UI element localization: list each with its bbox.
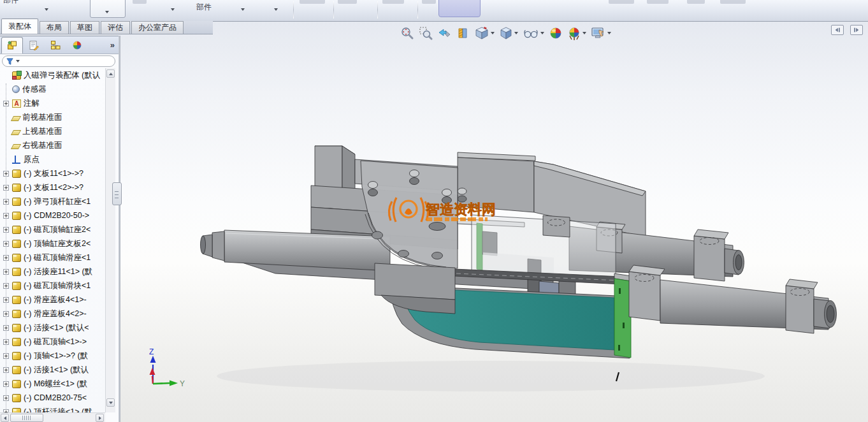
tree-item[interactable]: (-) 活接<1> (默认< — [0, 321, 105, 335]
command-tab[interactable]: 办公室产品 — [131, 21, 184, 34]
expand-toggle[interactable] — [3, 227, 9, 233]
tree-item[interactable]: (-) CDM2B20-75< — [0, 391, 105, 405]
expand-toggle[interactable] — [3, 269, 9, 275]
more-tabs-chevron[interactable]: » — [110, 40, 115, 50]
tree-item[interactable]: 前视基准面 — [0, 110, 105, 124]
tree-item[interactable]: (-) 弹弓顶杆缸座<1 — [0, 194, 105, 208]
tree-item[interactable]: 上视基准面 — [0, 124, 105, 138]
expand-toggle[interactable] — [3, 353, 9, 359]
graphics-viewport[interactable]: 智造资料网 Z Y — [0, 0, 868, 422]
tree-item-label: 注解 — [24, 98, 40, 109]
tree-item-label: (-) 磁瓦顶轴缸座2< — [24, 224, 90, 235]
scroll-left-button[interactable] — [1, 414, 9, 422]
expand-toggle[interactable] — [3, 395, 9, 401]
expand-toggle[interactable] — [3, 325, 9, 331]
tree-item[interactable]: (-) 活接1<1> (默认 — [0, 363, 105, 377]
expand-toggle[interactable] — [3, 367, 9, 373]
tree-item-icon — [12, 324, 21, 332]
tree-item[interactable]: (-) 支板11<1>->? — [0, 166, 105, 180]
scroll-down-button[interactable] — [106, 398, 115, 407]
tab-property-manager[interactable] — [23, 37, 45, 54]
dropdown-caret[interactable] — [582, 32, 586, 34]
tree-item[interactable]: 右视基准面 — [0, 138, 105, 152]
tree-item[interactable]: 入磁弹弓装配体 (默认 — [0, 68, 105, 82]
command-tab[interactable]: 装配体 — [1, 18, 38, 34]
tree-item[interactable]: (-) 顶杆活接<1> (默 — [0, 405, 105, 412]
zoom-to-fit-button[interactable] — [399, 25, 416, 41]
expand-toggle[interactable] — [3, 409, 9, 413]
section-view-button[interactable] — [454, 25, 471, 41]
ribbon-dropdown-caret[interactable] — [171, 8, 175, 11]
triad-z-label: Z — [149, 347, 154, 356]
previous-view-button[interactable] — [436, 25, 452, 41]
tree-filter-input[interactable] — [2, 55, 115, 67]
tree-item-label: (-) 支板11<2>->? — [24, 182, 83, 193]
dropdown-caret[interactable] — [607, 32, 611, 34]
display-style-button[interactable] — [498, 25, 519, 41]
dropdown-caret[interactable] — [491, 32, 495, 34]
tree-item-label: (-) 滑座盖板4<2>- — [24, 309, 87, 319]
tree-item[interactable]: (-) M6螺丝<1> (默 — [0, 377, 105, 391]
tree-item[interactable]: (-) 磁瓦顶轴缸座2< — [0, 222, 105, 236]
scroll-up-button[interactable] — [106, 69, 115, 78]
expand-toggle[interactable] — [3, 283, 9, 289]
tree-item[interactable]: (-) 活接座11<1> (默 — [0, 265, 105, 279]
tree-item[interactable]: (-) 磁瓦顶轴滑块<1 — [0, 279, 105, 293]
expand-toggle[interactable] — [3, 199, 9, 205]
ribbon-dropdown-caret[interactable] — [241, 8, 245, 11]
tab-feature-manager-tree[interactable] — [1, 37, 23, 54]
scrollbar-thumb[interactable] — [10, 414, 43, 422]
view-orientation-button[interactable] — [473, 25, 496, 41]
expand-toggle[interactable] — [3, 255, 9, 261]
ribbon-dropdown-box[interactable] — [90, 0, 126, 18]
ribbon-dropdown-caret[interactable] — [274, 8, 278, 11]
expand-toggle[interactable] — [3, 339, 9, 345]
expand-toggle[interactable] — [3, 185, 9, 191]
tree-item-icon — [12, 352, 21, 360]
filter-dropdown-caret[interactable] — [16, 60, 20, 62]
tree-vertical-scrollbar[interactable] — [105, 68, 115, 412]
tree-item[interactable]: (-) 滑座盖板4<2>- — [0, 307, 105, 321]
collapse-left-button[interactable] — [831, 25, 844, 35]
command-tab[interactable]: 草图 — [70, 21, 99, 34]
expand-toggle[interactable] — [3, 311, 9, 317]
command-tab[interactable]: 评估 — [101, 21, 130, 34]
tree-item[interactable]: (-) 滑座盖板4<1>- — [0, 293, 105, 307]
ribbon-dropdown-caret[interactable] — [45, 8, 48, 11]
expand-toggle[interactable] — [3, 171, 9, 177]
expand-toggle[interactable] — [3, 381, 9, 387]
tree-horizontal-scrollbar[interactable] — [0, 412, 105, 422]
edit-appearance-button[interactable] — [547, 25, 564, 41]
apply-scene-button[interactable] — [566, 25, 588, 41]
tree-item-icon — [12, 282, 21, 290]
tree-item[interactable]: (-) 顶轴<1>->? (默 — [0, 349, 105, 363]
tree-item[interactable]: (-) 磁瓦顶轴滑座<1 — [0, 251, 105, 265]
heads-up-view-toolbar — [399, 24, 612, 43]
collapse-right-button[interactable] — [850, 25, 863, 35]
view-settings-button[interactable] — [590, 25, 612, 41]
expand-toggle[interactable] — [3, 297, 9, 303]
tree-item[interactable]: (-) 支板11<2>->? — [0, 180, 105, 194]
dropdown-caret[interactable] — [514, 32, 518, 34]
tree-item[interactable]: (-) 顶轴缸座支板2< — [0, 236, 105, 251]
tree-item[interactable]: (-) CDM2B20-50-> — [0, 208, 105, 222]
tree-item[interactable]: 注解 — [0, 96, 105, 110]
tab-display-manager[interactable] — [66, 37, 88, 54]
tree-item[interactable]: (-) 磁瓦顶轴<1>-> — [0, 335, 105, 349]
ribbon-fragment-center[interactable]: 部件 — [196, 2, 212, 13]
tree-item[interactable]: 传感器 — [0, 82, 105, 96]
panel-splitter-handle[interactable] — [112, 182, 122, 205]
hide-show-items-button[interactable] — [521, 25, 546, 41]
tab-configuration-manager[interactable] — [45, 37, 66, 54]
ribbon-fragment-left[interactable]: 部件 — [3, 0, 18, 6]
tree-item[interactable]: 原点 — [0, 152, 105, 166]
property-manager-icon — [29, 40, 39, 50]
scroll-right-button[interactable] — [96, 414, 104, 422]
zoom-to-area-button[interactable] — [417, 25, 434, 41]
ribbon-hover-button[interactable] — [438, 0, 481, 17]
command-tab[interactable]: 布局 — [40, 21, 69, 34]
expand-toggle[interactable] — [3, 241, 9, 247]
dropdown-caret[interactable] — [540, 32, 544, 34]
expand-toggle[interactable] — [3, 213, 9, 219]
expand-toggle[interactable] — [3, 101, 9, 106]
